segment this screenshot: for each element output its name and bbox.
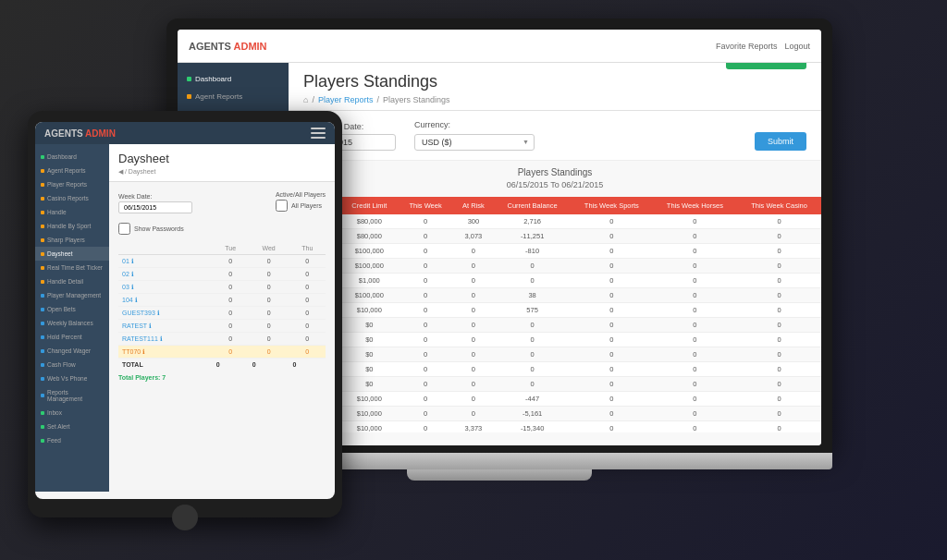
list-item: 0 <box>249 346 289 359</box>
list-item: 03 ℹ <box>118 281 213 294</box>
list-item: 0 <box>213 346 249 359</box>
add-to-favorites-button[interactable]: Add to Favorites ★ <box>726 63 806 69</box>
col-header-horses: This Week Horses <box>653 197 737 214</box>
tablet-sidebar-handle-detail[interactable]: Handle Detail <box>35 274 109 288</box>
table-row: 0 <box>571 376 653 391</box>
table-row: 0 <box>571 347 653 361</box>
tablet-sidebar-changed-wager[interactable]: Changed Wager <box>35 344 109 358</box>
tablet-sidebar-daysheet[interactable]: Daysheet <box>35 247 109 261</box>
table-row: 0 <box>653 273 737 287</box>
table-row: 0 <box>653 332 737 347</box>
hamburger-menu-button[interactable] <box>311 128 326 139</box>
logout-link[interactable]: Logout <box>784 42 810 51</box>
tablet-sidebar-reports-mgmt[interactable]: Reports Management <box>35 385 109 406</box>
submit-button[interactable]: Submit <box>755 132 806 151</box>
list-item: RATEST111 ℹ <box>118 333 213 346</box>
tablet-sidebar-set-alert[interactable]: Set Alert <box>35 420 109 433</box>
table-row: 0 <box>399 228 453 243</box>
sidebar-dot <box>187 77 191 81</box>
favorite-reports-link[interactable]: Favorite Reports <box>716 42 778 51</box>
list-item: 104 ℹ <box>118 294 213 307</box>
table-row: $100,000 <box>340 287 398 302</box>
laptop-main: Players Standings ⌂ / Player Reports / P… <box>289 63 821 445</box>
table-row: 0 <box>653 258 737 273</box>
tablet-sidebar-casino-reports[interactable]: Casino Reports <box>35 191 109 205</box>
table-row: 0 <box>571 228 653 243</box>
tablet-sidebar-hold-percent[interactable]: Hold Percent <box>35 330 109 344</box>
table-row: 0 <box>737 258 821 273</box>
laptop-logo: AGENTS ADMIN <box>189 41 267 52</box>
tablet-sidebar-handle[interactable]: Handle <box>35 205 109 219</box>
tablet-sidebar-player-reports[interactable]: Player Reports <box>35 177 109 191</box>
table-row: 0 <box>453 376 495 391</box>
show-passwords-checkbox[interactable] <box>118 223 130 235</box>
tablet-sidebar-open-bets[interactable]: Open Bets <box>35 302 109 316</box>
table-row: -5,161 <box>494 406 571 420</box>
table-row: 0 <box>399 347 453 361</box>
tablet-sidebar-player-mgmt[interactable]: Player Management <box>35 288 109 302</box>
table-row: 0 <box>653 361 737 376</box>
daysheet-total-label: TOTAL <box>118 359 213 371</box>
table-row: 0 <box>399 376 453 391</box>
col-header-this-week: This Week <box>399 197 453 214</box>
daysheet-total-thu: 0 <box>289 359 326 371</box>
daysheet-total-tue: 0 <box>213 359 249 371</box>
list-item: 0 <box>213 255 249 268</box>
table-row: 0 <box>453 391 495 406</box>
tablet-sidebar-inbox[interactable]: Inbox <box>35 406 109 420</box>
table-row: 0 <box>494 347 571 361</box>
table-row: 0 <box>653 420 737 432</box>
list-item: 02 ℹ <box>118 268 213 281</box>
tablet-main: Daysheet ◀ / Daysheet Week Date: Active/… <box>109 144 335 492</box>
table-row: 0 <box>453 406 495 420</box>
tablet-sidebar-cash-flow[interactable]: Cash Flow <box>35 358 109 371</box>
tablet-home-button[interactable] <box>172 505 198 530</box>
tablet-main-header: Daysheet ◀ / Daysheet <box>109 144 335 182</box>
table-row: 3,073 <box>453 228 495 243</box>
tablet-sidebar-sharp-players[interactable]: Sharp Players <box>35 233 109 247</box>
table-row: 0 <box>653 287 737 302</box>
tablet-date-input[interactable] <box>118 201 192 213</box>
currency-select[interactable]: USD ($) <box>414 134 535 151</box>
table-row: $10,000 <box>340 302 398 317</box>
breadcrumb-player-reports[interactable]: Player Reports <box>318 95 374 104</box>
tablet-header: AGENTS ADMIN <box>35 122 335 144</box>
tablet-sidebar-agent-reports[interactable]: Agent Reports <box>35 164 109 177</box>
tablet-sidebar-handle-by-sport[interactable]: Handle By Sport <box>35 219 109 233</box>
list-item: RATEST ℹ <box>118 320 213 333</box>
tablet-sidebar-feed[interactable]: Feed <box>35 433 109 447</box>
table-row: 0 <box>653 228 737 243</box>
table-row: 0 <box>653 347 737 361</box>
list-item: 0 <box>249 333 289 346</box>
table-row: 0 <box>737 302 821 317</box>
table-row: 0 <box>737 273 821 287</box>
col-header-credit-limit: Credit Limit <box>340 197 398 214</box>
list-item: 0 <box>289 255 326 268</box>
table-row: 2,716 <box>494 214 571 229</box>
currency-label: Currency: <box>414 120 535 129</box>
table-row: 0 <box>494 317 571 332</box>
list-item: 0 <box>289 320 326 333</box>
table-row: 0 <box>737 243 821 258</box>
table-row: 0 <box>399 420 453 432</box>
table-row: 0 <box>737 287 821 302</box>
tablet-sidebar-dashboard[interactable]: Dashboard <box>35 150 109 164</box>
col-header-sports: This Week Sports <box>571 197 653 214</box>
table-row: 0 <box>571 258 653 273</box>
tablet-sidebar-web-phone[interactable]: Web Vs Phone <box>35 371 109 385</box>
sidebar-item-agent-reports[interactable]: Agent Reports <box>178 88 289 105</box>
table-main-title: Players Standings <box>294 166 816 179</box>
all-players-checkbox[interactable] <box>276 200 288 212</box>
sidebar-item-dashboard[interactable]: Dashboard <box>178 70 289 88</box>
list-item: 0 <box>249 294 289 307</box>
table-row: 0 <box>571 214 653 229</box>
table-row: 0 <box>737 317 821 332</box>
table-row: $80,000 <box>340 228 398 243</box>
table-row: 0 <box>571 406 653 420</box>
tablet-body: Dashboard Agent Reports Player Reports C… <box>35 144 335 492</box>
tablet-sidebar-real-time[interactable]: Real Time Bet Ticker <box>35 261 109 274</box>
tablet-sidebar-weekly-balances[interactable]: Weekly Balances <box>35 316 109 330</box>
table-row: 0 <box>571 243 653 258</box>
table-row: 0 <box>571 391 653 406</box>
table-row: 0 <box>494 376 571 391</box>
